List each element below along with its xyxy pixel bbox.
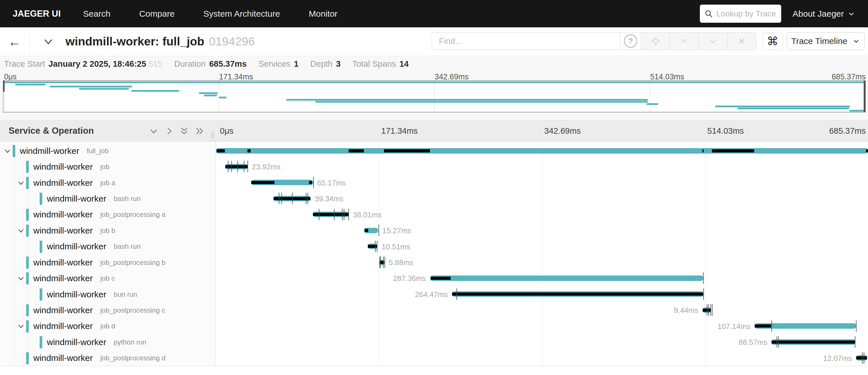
tree-row[interactable]: windmill-workerjob c xyxy=(0,270,216,286)
span-bar-overlay xyxy=(755,324,771,327)
tree-row[interactable]: windmill-workerjob a xyxy=(0,175,216,191)
double-chevron-down-icon xyxy=(179,126,189,136)
summary-value: 1 xyxy=(294,59,298,69)
tree-row[interactable]: windmill-workerjob_postprocessing d xyxy=(0,350,216,366)
minimap-canvas[interactable] xyxy=(3,80,866,112)
span-log-tick xyxy=(712,304,713,316)
chevron-down-icon[interactable] xyxy=(17,227,25,236)
timeline-gridline xyxy=(705,142,705,366)
span-color-chip xyxy=(40,336,42,348)
prev-match-button[interactable] xyxy=(670,32,699,50)
timeline-tick-label: 514.03ms xyxy=(707,126,744,136)
service-operation-tree: windmill-workerfull_jobwindmill-workerjo… xyxy=(0,142,216,366)
chevron-down-icon[interactable] xyxy=(3,147,11,156)
tree-row[interactable]: windmill-workerfull_job xyxy=(0,143,216,159)
timeline-minimap: 0μs171.34ms342.69ms514.03ms685.37ms xyxy=(0,72,868,120)
chevron-down-icon xyxy=(709,37,717,46)
collapse-all-button[interactable] xyxy=(179,126,189,136)
span-log-tick xyxy=(348,209,349,220)
viewport-right-handle[interactable] xyxy=(864,81,865,112)
summary-value: 685.37ms xyxy=(209,59,247,69)
minimap-span-bar xyxy=(15,84,45,85)
nav-item-search[interactable]: Search xyxy=(83,9,111,19)
nav-item-system-architecture[interactable]: System Architecture xyxy=(204,9,280,19)
chevron-down-icon xyxy=(848,10,855,17)
tree-row[interactable]: windmill-workerjob_postprocessing a xyxy=(0,207,216,223)
operation-name: job xyxy=(100,163,110,171)
about-jaeger-menu[interactable]: About Jaeger xyxy=(793,9,855,19)
span-duration-label: 107.14ms xyxy=(718,322,750,331)
tree-row[interactable]: windmill-workerjob d xyxy=(0,318,216,334)
span-log-tick xyxy=(711,304,711,316)
timeline-tick-label: 0μs xyxy=(220,126,234,136)
operation-name: bash run xyxy=(114,242,141,251)
span-log-tick xyxy=(377,241,377,252)
operation-name: job_postprocessing c xyxy=(100,306,165,314)
span-color-chip xyxy=(40,241,42,253)
find-input[interactable] xyxy=(438,36,620,46)
tree-row[interactable]: windmill-workerbash run xyxy=(0,239,216,255)
timeline-tick-label: 342.69ms xyxy=(545,126,581,136)
app-logo[interactable]: JAEGER UI xyxy=(13,9,61,19)
timeline-tick-label: 685.37ms xyxy=(829,126,866,136)
tree-row[interactable]: windmill-workerjob_postprocessing b xyxy=(0,255,216,270)
span-log-tick xyxy=(228,161,228,172)
back-button[interactable]: ← xyxy=(0,27,29,56)
span-log-tick xyxy=(864,352,864,364)
span-color-chip xyxy=(26,272,29,284)
panel-resize-handle[interactable] xyxy=(212,132,216,138)
span-log-tick xyxy=(238,161,238,172)
nav-item-compare[interactable]: Compare xyxy=(139,9,175,19)
clear-search-button[interactable]: ✕ xyxy=(727,32,756,50)
keyboard-shortcuts-button[interactable]: ⌘ xyxy=(762,32,783,50)
span-duration-label: 9.44ms xyxy=(674,306,698,315)
span-bar[interactable] xyxy=(430,276,703,281)
next-match-button[interactable] xyxy=(699,32,727,50)
span-color-chip xyxy=(13,145,15,157)
summary-label: Services xyxy=(258,59,290,69)
crosshair-icon xyxy=(651,36,660,46)
tree-row[interactable]: windmill-workerjob_postprocessing c xyxy=(0,302,216,318)
focus-match-button[interactable] xyxy=(641,32,670,50)
viewport-left-handle[interactable] xyxy=(3,81,5,92)
indent-guide xyxy=(14,159,15,175)
span-log-tick xyxy=(375,241,376,252)
minimap-span-bar xyxy=(199,92,218,94)
tree-row[interactable]: windmill-workerpython run xyxy=(0,334,216,350)
span-log-tick xyxy=(292,193,292,204)
minimap-span-bar xyxy=(738,108,849,109)
divider xyxy=(168,60,168,68)
tree-row[interactable]: windmill-workerjob b xyxy=(0,223,216,238)
collapse-one-button[interactable] xyxy=(149,126,159,136)
content-bottom-border xyxy=(0,366,868,366)
command-icon: ⌘ xyxy=(767,34,778,48)
operation-name: job_postprocessing a xyxy=(100,210,165,219)
minimap-span-bar xyxy=(715,106,850,107)
span-duration-label: 88.57ms xyxy=(739,338,767,347)
trace-collapse-toggle[interactable] xyxy=(42,37,54,48)
chevron-down-icon[interactable] xyxy=(17,322,25,331)
span-bar[interactable] xyxy=(216,148,868,153)
nav-item-monitor[interactable]: Monitor xyxy=(309,9,337,19)
tree-row[interactable]: windmill-workerbun run xyxy=(0,286,216,302)
trace-lookup-input[interactable] xyxy=(716,9,777,19)
top-navbar: JAEGER UI Search Compare System Architec… xyxy=(0,0,868,27)
find-help-button[interactable]: ? xyxy=(620,32,641,50)
expand-one-button[interactable] xyxy=(164,126,174,136)
chevron-down-icon[interactable] xyxy=(17,179,25,188)
span-duration-label: 10.51ms xyxy=(382,242,410,251)
operation-name: full_job xyxy=(87,147,108,155)
tree-row[interactable]: windmill-workerbash run xyxy=(0,191,216,206)
expand-all-button[interactable] xyxy=(195,126,205,136)
tree-row[interactable]: windmill-workerjob xyxy=(0,159,216,175)
operation-name: job d xyxy=(100,322,115,330)
service-name: windmill-worker xyxy=(47,337,106,347)
chevron-down-icon[interactable] xyxy=(17,275,25,284)
summary-value: 3 xyxy=(336,59,341,69)
span-bar-overlay xyxy=(309,181,312,184)
span-bar-overlay xyxy=(431,277,451,280)
minimap-span-bar xyxy=(3,81,865,83)
span-log-tick xyxy=(279,193,279,204)
view-selector-button[interactable]: Trace Timeline xyxy=(787,32,865,50)
span-log-tick xyxy=(308,193,308,204)
